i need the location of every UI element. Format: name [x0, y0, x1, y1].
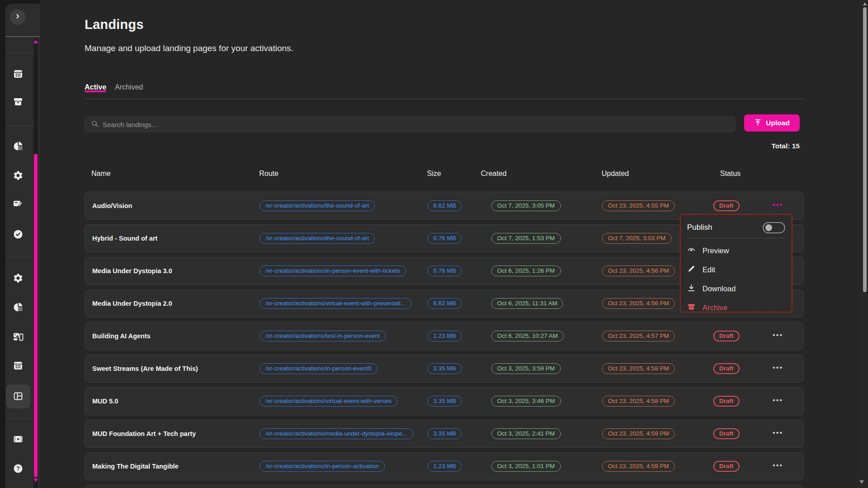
sidebar-divider — [6, 257, 33, 257]
sidebar-top-divider — [5, 36, 40, 37]
sidebar-scroll-down-arrow[interactable] — [33, 479, 38, 482]
sidebar-item-archive[interactable] — [13, 97, 24, 108]
page-scrollbar-thumb[interactable] — [863, 7, 867, 292]
check-circle-icon — [13, 229, 24, 242]
sidebar-expand-button[interactable] — [10, 9, 25, 25]
sidebar-item-analytics[interactable] — [13, 142, 24, 152]
menu-item-archive[interactable]: Archive — [687, 298, 785, 317]
column-header-updated: Updated — [602, 170, 629, 178]
pencil-icon — [687, 265, 696, 275]
tab-archived[interactable]: Archived — [115, 83, 143, 91]
sidebar-item-videos[interactable] — [13, 435, 24, 445]
eye-icon — [687, 246, 696, 256]
landing-name: Hybrid - Sound of art — [92, 235, 157, 242]
sidebar-item-help[interactable]: ? — [13, 464, 24, 475]
sidebar-divider — [6, 126, 33, 126]
card-edit-icon — [13, 198, 24, 211]
publish-toggle[interactable] — [763, 222, 785, 233]
archive-box-icon — [13, 96, 24, 109]
chevron-right-icon — [14, 12, 22, 22]
sidebar-item-settings[interactable] — [13, 171, 24, 182]
landing-name: Media Under Dystopia 2.0 — [92, 300, 172, 307]
sidebar-item-media[interactable] — [13, 332, 24, 343]
table-row[interactable]: MUD 5.0 /xr-creator/activations/virtual-… — [85, 387, 804, 415]
sidebar-item-reports[interactable] — [13, 303, 24, 313]
size-chip: 3.35 MB — [427, 363, 462, 374]
sidebar-scroll-up-arrow[interactable] — [33, 40, 38, 43]
devices-icon — [13, 331, 24, 344]
route-chip[interactable]: /xr-creator/activations/media-under-dyst… — [260, 428, 413, 439]
table-row-partial[interactable] — [85, 485, 804, 488]
upload-button[interactable]: Upload — [744, 114, 800, 132]
route-chip[interactable]: /xr-creator/activations/the-sound-of-art — [260, 200, 375, 211]
route-chip[interactable]: /xr-creator/activations/test-in-person-e… — [260, 331, 386, 341]
status-badge: Draft — [713, 461, 740, 472]
updated-chip: Oct 23, 2025, 4:59 PM — [602, 461, 675, 472]
route-chip[interactable]: /xr-creator/activations/in-person-event0 — [260, 363, 377, 374]
table-row[interactable]: Sweet Streams (Are Made of This) /xr-cre… — [85, 355, 804, 383]
active-tab-underline — [85, 90, 106, 92]
row-actions-button[interactable]: ••• — [768, 429, 788, 436]
updated-chip: Oct 23, 2025, 4:56 PM — [602, 298, 675, 309]
route-chip[interactable]: /xr-creator/activations/virtual-event-wi… — [260, 396, 398, 407]
created-chip: Oct 3, 2025, 3:59 PM — [491, 363, 561, 374]
publish-label: Publish — [687, 223, 712, 232]
route-chip[interactable]: /xr-creator/activations/in-person-event-… — [260, 265, 406, 276]
route-chip[interactable]: /xr-creator/activations/in-person-activa… — [260, 461, 385, 472]
row-actions-button[interactable]: ••• — [768, 461, 788, 469]
page-scroll-down-arrow[interactable] — [859, 480, 864, 484]
column-header-size: Size — [427, 170, 441, 178]
landing-name: MUD 5.0 — [92, 398, 118, 405]
sidebar-scrollbar-thumb[interactable] — [34, 154, 38, 477]
column-header-name: Name — [91, 170, 111, 178]
sidebar-item-approvals[interactable] — [13, 230, 24, 241]
row-actions-button[interactable]: ••• — [768, 331, 788, 339]
help-icon: ? — [13, 463, 24, 476]
route-chip[interactable]: /xr-creator/activations/virtual-event-wi… — [260, 298, 412, 309]
updated-chip: Oct 23, 2025, 4:56 PM — [602, 265, 675, 276]
calendar-grid-icon — [13, 68, 24, 81]
table-row[interactable]: Building AI Agents /xr-creator/activatio… — [85, 322, 804, 350]
table-row[interactable]: Making The Digital Tangible /xr-creator/… — [85, 452, 804, 480]
status-badge: Draft — [713, 396, 740, 407]
calendar-grid-icon — [13, 360, 24, 373]
table-row[interactable]: MUD Foundation Art + Tech party /xr-crea… — [85, 420, 804, 448]
menu-item-preview[interactable]: Preview — [687, 241, 785, 260]
size-chip: 1.23 MB — [427, 461, 462, 472]
menu-item-download[interactable]: Download — [687, 279, 785, 298]
svg-text:?: ? — [16, 465, 20, 472]
row-actions-button[interactable]: ••• — [768, 364, 788, 371]
updated-chip: Oct 7, 2025, 3:03 PM — [602, 233, 672, 244]
updated-chip: Oct 23, 2025, 4:58 PM — [602, 363, 675, 374]
landing-name: Sweet Streams (Are Made of This) — [92, 365, 198, 372]
created-chip: Oct 7, 2025, 3:05 PM — [491, 200, 561, 211]
updated-chip: Oct 23, 2025, 4:59 PM — [602, 428, 675, 439]
menu-item-edit[interactable]: Edit — [687, 260, 785, 279]
row-actions-button[interactable]: ••• — [768, 201, 788, 208]
size-chip: 1.23 MB — [427, 331, 462, 341]
page-title: Landings — [85, 17, 144, 32]
download-icon — [687, 284, 696, 294]
row-context-menu: Publish Preview Edit Download Archive — [680, 214, 792, 313]
sidebar-item-forms[interactable] — [13, 199, 24, 210]
route-chip[interactable]: /xr-creator/activations/the-sound-of-art — [260, 233, 375, 244]
sidebar-item-config[interactable] — [13, 274, 24, 284]
created-chip: Oct 6, 2025, 1:26 PM — [491, 265, 561, 276]
toggle-knob — [765, 224, 772, 231]
tab-active[interactable]: Active — [85, 83, 106, 91]
created-chip: Oct 3, 2025, 2:41 PM — [491, 428, 561, 439]
landing-name: Making The Digital Tangible — [92, 463, 179, 470]
landing-name: Audio/Vision — [92, 202, 132, 209]
sidebar-item-landings-selected[interactable] — [6, 384, 30, 408]
size-chip: 3.35 MB — [427, 396, 462, 407]
search-input[interactable] — [103, 121, 691, 128]
created-chip: Oct 3, 2025, 3:46 PM — [491, 396, 561, 407]
page-scroll-up-arrow[interactable] — [863, 2, 867, 5]
size-chip: 6.62 MB — [427, 298, 462, 309]
sidebar-item-events[interactable] — [13, 69, 24, 80]
search-bar[interactable] — [85, 117, 735, 132]
size-chip: 6.62 MB — [427, 200, 462, 211]
sidebar-item-calendar[interactable] — [13, 361, 24, 372]
sidebar-divider — [6, 418, 33, 419]
row-actions-button[interactable]: ••• — [768, 396, 788, 404]
